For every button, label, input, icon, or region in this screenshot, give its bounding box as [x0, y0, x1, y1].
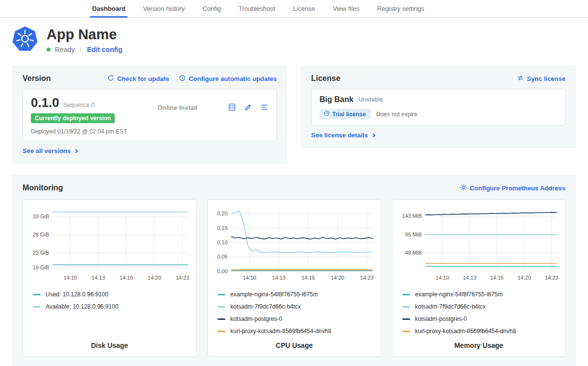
svg-text:14:10: 14:10: [64, 275, 77, 281]
chevron-right-icon: [371, 133, 375, 137]
svg-text:0.05: 0.05: [217, 254, 227, 260]
legend-label: kurl-proxy-kotsadm-8569fb6454-dnvh8: [230, 328, 331, 335]
legend-label: example-nginx-54f8f76755-l675m: [230, 291, 318, 298]
monitoring-section: Monitoring Configure Prometheus Address …: [12, 175, 576, 366]
legend-label: kotsadm-postgres-0: [230, 315, 282, 322]
monitoring-title: Monitoring: [23, 183, 63, 192]
customer-name: Big Bank: [319, 95, 353, 104]
tab-version-history[interactable]: Version history: [134, 0, 194, 17]
see-license-details-label: See license details: [311, 131, 368, 139]
legend-dash-icon: [402, 318, 410, 320]
svg-text:14:23: 14:23: [545, 275, 559, 281]
legend-item: example-nginx-54f8f76755-l675m: [402, 291, 560, 298]
legend-label: Used: 10.128.0.96:9100: [46, 291, 108, 298]
chart-title: Memory Usage: [397, 335, 560, 349]
see-license-details-link[interactable]: See license details: [311, 131, 375, 139]
divider: [80, 46, 81, 53]
see-all-versions-link[interactable]: See all versions: [23, 147, 77, 155]
status-badge: Ready: [55, 46, 74, 53]
check-for-update-label: Check for update: [117, 75, 169, 82]
svg-text:14:10: 14:10: [436, 275, 449, 281]
tab-license[interactable]: License: [284, 0, 324, 17]
check-for-update-link[interactable]: Check for update: [107, 75, 169, 83]
svg-text:95 MiB: 95 MiB: [405, 232, 422, 237]
legend-item: kurl-proxy-kotsadm-8569fb6454-dnvh8: [402, 328, 560, 335]
edit-config-link[interactable]: Edit config: [87, 46, 122, 53]
clock-icon: [324, 110, 330, 118]
current-version-box: 0.1.0 Sequence 0 Currently deployed vers…: [23, 89, 277, 141]
memory-usage-chart-panel: 48 MiB95 MiB143 MiB14:1014:1314:1614:201…: [392, 199, 565, 357]
kubernetes-logo-icon: [12, 26, 38, 54]
install-type-label: Online Install: [157, 104, 197, 111]
edit-config-icon[interactable]: [244, 103, 252, 111]
refresh-icon: [107, 75, 114, 83]
svg-text:33 GiB: 33 GiB: [33, 213, 49, 219]
tab-label: Troubleshoot: [239, 5, 275, 12]
svg-text:14:16: 14:16: [490, 275, 504, 281]
legend-item: kotsadm-7f9dc7d66c-b4tcx: [402, 303, 560, 310]
legend-dash-icon: [218, 331, 225, 332]
svg-text:0.20: 0.20: [217, 210, 227, 216]
license-expiry: Does not expire: [376, 111, 417, 118]
chart-legend: Used: 10.128.0.96:9100Available: 10.128.…: [33, 291, 191, 310]
svg-text:14:20: 14:20: [517, 275, 531, 281]
svg-text:14:16: 14:16: [301, 275, 315, 281]
legend-dash-icon: [218, 318, 225, 320]
release-notes-icon[interactable]: [228, 103, 236, 111]
deployed-version-badge: Currently deployed version: [31, 113, 115, 123]
sync-license-link[interactable]: Sync license: [517, 75, 565, 83]
tab-label: Version history: [143, 5, 185, 12]
see-all-versions-label: See all versions: [23, 147, 71, 155]
configure-prometheus-link[interactable]: Configure Prometheus Address: [460, 184, 565, 192]
sequence-label: Sequence 0: [63, 102, 95, 108]
license-card-title: License: [311, 74, 341, 83]
legend-label: kotsadm-postgres-0: [415, 315, 467, 322]
tab-label: Registry settings: [377, 5, 424, 12]
chart-svg: 0.000.050.100.150.2014:1014:1314:1614:20…: [213, 206, 376, 283]
legend-item: kotsadm-7f9dc7d66c-b4tcx: [218, 303, 376, 310]
chart-legend: example-nginx-54f8f76755-l675mkotsadm-7f…: [402, 291, 560, 335]
svg-text:14:20: 14:20: [331, 275, 344, 281]
version-card: Version Check for update Configure autom…: [12, 66, 287, 163]
chart-title: Disk Usage: [28, 335, 191, 349]
disk-usage-chart-panel: 19 GiB23 GiB28 GiB33 GiB14:1014:1314:161…: [23, 199, 196, 357]
legend-label: kotsadm-7f9dc7d66c-b4tcx: [415, 303, 486, 310]
tab-config[interactable]: Config: [194, 0, 230, 17]
legend-item: kotsadm-postgres-0: [402, 315, 560, 322]
sync-license-label: Sync license: [527, 75, 565, 82]
channel-label: Unstable: [358, 96, 383, 103]
license-card: License Sync license Big Bank Unstable T…: [301, 66, 576, 148]
svg-text:28 GiB: 28 GiB: [33, 232, 49, 237]
legend-label: Available: 10.128.0.96:9100: [46, 303, 119, 310]
svg-text:14:13: 14:13: [463, 275, 477, 281]
svg-text:48 MiB: 48 MiB: [405, 250, 422, 256]
tab-view-files[interactable]: View files: [324, 0, 368, 17]
legend-dash-icon: [33, 294, 41, 295]
legend-item: example-nginx-54f8f76755-l675m: [218, 291, 376, 298]
configure-prometheus-label: Configure Prometheus Address: [470, 184, 565, 192]
cpu-usage-chart-panel: 0.000.050.100.150.2014:1014:1314:1614:20…: [207, 199, 381, 357]
svg-text:14:13: 14:13: [92, 275, 105, 281]
svg-text:14:13: 14:13: [272, 275, 286, 281]
page-title: App Name: [47, 27, 122, 43]
configure-automatic-updates-label: Configure automatic updates: [189, 75, 277, 82]
chart-plot: 48 MiB95 MiB143 MiB14:1014:1314:1614:201…: [397, 206, 560, 285]
legend-dash-icon: [402, 331, 410, 332]
license-details-box: Big Bank Unstable Trial license Does not…: [311, 89, 565, 126]
sync-icon: [517, 75, 524, 83]
tab-label: Dashboard: [92, 5, 125, 12]
configure-automatic-updates-link[interactable]: Configure automatic updates: [179, 75, 277, 83]
legend-label: kurl-proxy-kotsadm-8569fb6454-dnvh8: [415, 328, 516, 335]
legend-dash-icon: [402, 294, 410, 295]
tab-troubleshoot[interactable]: Troubleshoot: [230, 0, 284, 17]
gear-icon: [460, 184, 467, 192]
deploy-logs-icon[interactable]: [260, 103, 269, 111]
tab-dashboard[interactable]: Dashboard: [83, 0, 134, 17]
legend-dash-icon: [402, 306, 410, 308]
svg-text:0.15: 0.15: [217, 225, 227, 231]
legend-dash-icon: [218, 294, 225, 295]
edit-config-label: Edit config: [87, 46, 122, 53]
svg-text:14:23: 14:23: [360, 275, 374, 281]
tab-label: License: [293, 5, 315, 12]
tab-registry-settings[interactable]: Registry settings: [368, 0, 433, 17]
